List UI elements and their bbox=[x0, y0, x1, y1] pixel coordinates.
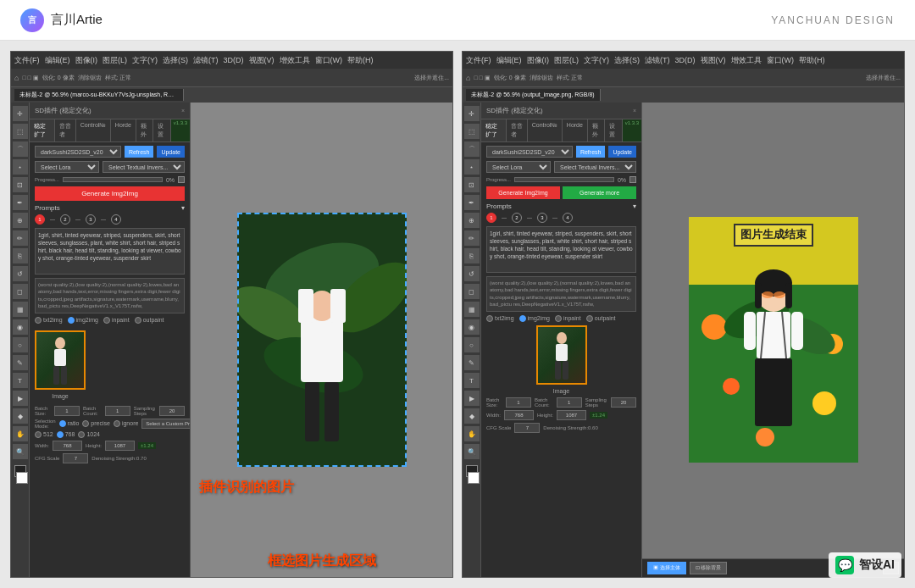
plugin-tab-stable[interactable]: 稳定扩了 bbox=[30, 119, 55, 141]
progress-checkbox[interactable] bbox=[178, 176, 185, 183]
plugin-tab-audio[interactable]: 音音者 bbox=[55, 119, 76, 141]
r-menu-edit[interactable]: 编辑(E) bbox=[496, 55, 522, 66]
tool-select[interactable]: ⬚ bbox=[13, 124, 28, 139]
r-tool-zoom[interactable]: 🔍 bbox=[464, 444, 480, 459]
r-menu-select[interactable]: 选择(S) bbox=[614, 55, 640, 66]
plugin-tab-extra[interactable]: 额外 bbox=[136, 119, 153, 141]
r-tool-text[interactable]: T bbox=[464, 373, 480, 388]
update-button[interactable]: Update bbox=[157, 146, 185, 158]
r-update-button[interactable]: Update bbox=[608, 146, 636, 158]
radio-txt2img[interactable]: txt2img bbox=[35, 317, 63, 324]
remove-bg-button[interactable]: ⊡ 移除背景 bbox=[690, 562, 728, 574]
r-menu-3d[interactable]: 3D(D) bbox=[675, 56, 696, 64]
tool-hand[interactable]: ✋ bbox=[13, 426, 28, 441]
r-lora-select[interactable]: Select Lora bbox=[486, 161, 551, 173]
tool-gradient[interactable]: ▦ bbox=[13, 302, 28, 317]
refresh-button[interactable]: Refresh bbox=[125, 146, 154, 158]
preset-select[interactable]: Select a Custom Preset bbox=[141, 419, 191, 429]
r-toolbar-icon-home[interactable]: ⌂ bbox=[466, 74, 470, 82]
sm-ratio[interactable]: ratio bbox=[59, 420, 80, 427]
generate-button[interactable]: Generate Img2Img bbox=[35, 186, 185, 201]
radio-inpaint[interactable]: inpaint bbox=[103, 317, 130, 324]
sampling-steps-input[interactable] bbox=[159, 406, 185, 416]
radio-img2img[interactable]: img2img bbox=[68, 317, 98, 324]
width-input[interactable] bbox=[53, 441, 82, 451]
menu-edit[interactable]: 编辑(E) bbox=[45, 55, 70, 66]
menu-select[interactable]: 选择(S) bbox=[163, 55, 188, 66]
r-plugin-tab-audio[interactable]: 音音者 bbox=[507, 119, 528, 141]
right-active-tab[interactable]: 未标题-2 @ 56.9% (output_image.png, RGB/8) bbox=[466, 89, 601, 101]
tool-text[interactable]: T bbox=[13, 373, 28, 388]
r-sampling-steps-input[interactable] bbox=[611, 397, 636, 408]
tool-pen[interactable]: ✎ bbox=[13, 355, 28, 370]
r-step-1[interactable]: 1 bbox=[486, 213, 496, 223]
radio-outpaint[interactable]: outpaint bbox=[135, 317, 164, 324]
r-plugin-tab-settings[interactable]: 设置 bbox=[605, 119, 622, 141]
r-tool-path[interactable]: ▶ bbox=[464, 391, 480, 406]
step-3[interactable]: 3 bbox=[86, 214, 96, 225]
menu-text[interactable]: 文字(Y) bbox=[132, 55, 158, 66]
r-tool-pen[interactable]: ✎ bbox=[464, 355, 480, 370]
r-tool-heal[interactable]: ⊕ bbox=[464, 213, 480, 228]
res-512[interactable]: 512 bbox=[35, 431, 53, 438]
height-input[interactable] bbox=[105, 441, 135, 451]
toolbar-icon-home[interactable]: ⌂ bbox=[14, 74, 19, 82]
r-radio-inpaint[interactable]: inpaint bbox=[555, 315, 581, 322]
lora-select[interactable]: Select Lora bbox=[35, 161, 99, 173]
menu-help[interactable]: 帮助(H) bbox=[347, 55, 374, 66]
r-menu-layer[interactable]: 图层(L) bbox=[554, 55, 579, 66]
r-tool-shape[interactable]: ◆ bbox=[464, 408, 480, 424]
r-tool-eraser[interactable]: ◻ bbox=[464, 284, 480, 299]
r-tool-blur[interactable]: ◉ bbox=[464, 319, 480, 335]
r-tool-stamp[interactable]: ⎘ bbox=[464, 248, 480, 263]
r-menu-file[interactable]: 文件(F) bbox=[466, 55, 491, 66]
plugin-tab-horde[interactable]: Horde bbox=[111, 119, 136, 141]
menu-tools[interactable]: 增效工具 bbox=[280, 55, 310, 66]
select-subject-button[interactable]: ▣ 选择主体 bbox=[647, 562, 686, 574]
model-select[interactable]: darkSushi2SD2SD_v20 bbox=[35, 146, 121, 158]
r-radio-txt2img[interactable]: txt2img bbox=[486, 315, 514, 322]
r-tool-crop[interactable]: ⊡ bbox=[464, 177, 480, 192]
r-radio-img2img[interactable]: img2img bbox=[519, 315, 550, 322]
menu-layer[interactable]: 图层(L) bbox=[103, 55, 127, 66]
r-cfg-input[interactable] bbox=[514, 423, 540, 433]
menu-window[interactable]: 窗口(W) bbox=[315, 55, 343, 66]
tool-wand[interactable]: ⋆ bbox=[13, 159, 28, 175]
r-progress-checkbox[interactable] bbox=[629, 176, 636, 183]
menu-filter[interactable]: 滤镜(T) bbox=[193, 55, 219, 66]
r-tool-wand[interactable]: ⋆ bbox=[464, 159, 480, 175]
r-image-thumbnail[interactable] bbox=[536, 325, 587, 385]
r-generate-more-button[interactable]: Generate more bbox=[563, 186, 636, 199]
r-tool-history[interactable]: ↺ bbox=[464, 266, 480, 281]
sm-precise[interactable]: precise bbox=[82, 420, 110, 427]
step-2[interactable]: 2 bbox=[60, 214, 70, 225]
tool-path[interactable]: ▶ bbox=[13, 391, 28, 406]
r-tool-brush[interactable]: ✏ bbox=[464, 230, 480, 246]
tool-lasso[interactable]: ⌒ bbox=[13, 141, 28, 157]
r-refresh-button[interactable]: Refresh bbox=[576, 146, 606, 158]
r-batch-count-input[interactable] bbox=[557, 397, 582, 408]
plugin-tab-control[interactable]: Control№ bbox=[76, 119, 111, 141]
r-step-2[interactable]: 2 bbox=[512, 213, 522, 223]
tool-move[interactable]: ✛ bbox=[13, 106, 28, 121]
step-1[interactable]: 1 bbox=[35, 214, 45, 225]
r-plugin-tab-extra[interactable]: 额外 bbox=[588, 119, 605, 141]
tool-heal[interactable]: ⊕ bbox=[13, 213, 28, 228]
menu-file[interactable]: 文件(F) bbox=[14, 55, 40, 66]
r-tool-dodge[interactable]: ○ bbox=[464, 337, 480, 352]
prompt-text[interactable]: 1girl, shirt, tinted eyewear, striped, s… bbox=[35, 228, 185, 275]
r-prompt-text[interactable]: 1girl, shirt, tinted eyewear, striped, s… bbox=[486, 226, 636, 273]
r-toolbar-select[interactable]: 选择并遮住... bbox=[866, 74, 901, 82]
r-tool-eyedrop[interactable]: ✒ bbox=[464, 195, 480, 210]
step-4[interactable]: 4 bbox=[111, 214, 121, 225]
res-768[interactable]: 768 bbox=[57, 431, 75, 438]
batch-count-input[interactable] bbox=[105, 406, 130, 416]
r-model-select[interactable]: darkSushi2SD2SD_v20 bbox=[486, 146, 573, 158]
r-menu-window[interactable]: 窗口(W) bbox=[767, 55, 795, 66]
menu-image[interactable]: 图像(I) bbox=[75, 55, 98, 66]
r-batch-size-input[interactable] bbox=[506, 397, 531, 408]
tool-history[interactable]: ↺ bbox=[13, 266, 28, 281]
r-plugin-tab-control[interactable]: Control№ bbox=[528, 119, 563, 141]
r-menu-view[interactable]: 视图(V) bbox=[701, 55, 726, 66]
r-height-input[interactable] bbox=[557, 410, 586, 420]
